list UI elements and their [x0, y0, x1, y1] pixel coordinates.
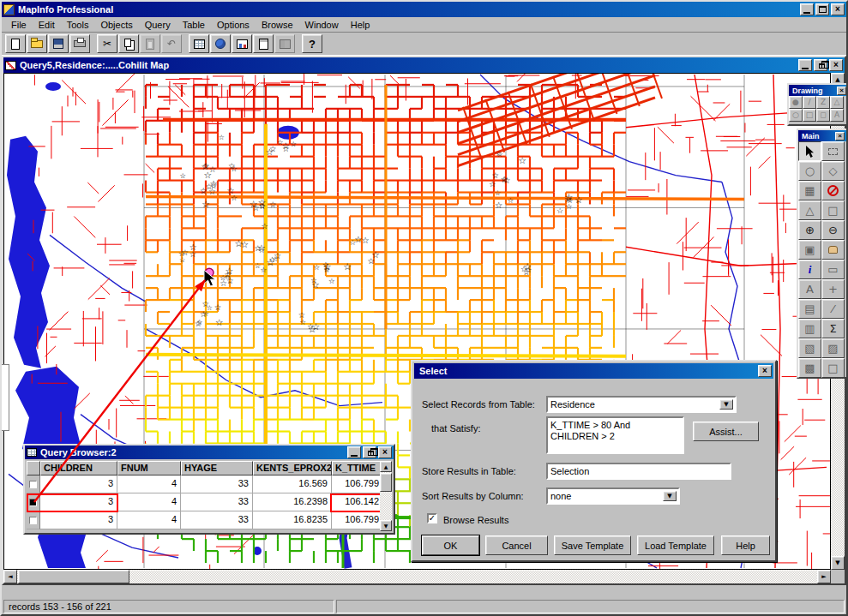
paste-button[interactable] — [140, 34, 160, 53]
horizontal-scroll-thumb[interactable] — [18, 570, 129, 583]
undo-button[interactable]: ↶ — [161, 34, 182, 53]
new-table-button[interactable] — [5, 34, 26, 53]
zoom-range-tool-button[interactable]: □ — [821, 200, 845, 220]
app-maximize-button[interactable] — [815, 3, 829, 15]
cut-button[interactable]: ✂ — [97, 34, 117, 53]
from-table-combobox[interactable]: Residence ▼ — [546, 396, 737, 413]
unselect-all-tool-button[interactable] — [821, 181, 845, 200]
browser-titlebar[interactable]: Query Browser:2 × — [25, 446, 394, 459]
rectangle-tool-button[interactable]: □ — [803, 109, 816, 122]
menu-item-options[interactable]: Options — [211, 18, 256, 32]
store-results-input[interactable]: Selection — [546, 463, 731, 480]
main-toolbar-close-button[interactable]: × — [835, 132, 845, 141]
new-grapher-button[interactable] — [232, 34, 252, 53]
cell-fnum[interactable]: 4 — [117, 511, 181, 529]
menu-item-tools[interactable]: Tools — [61, 18, 95, 32]
open-table-button[interactable] — [27, 34, 47, 53]
menu-item-edit[interactable]: Edit — [33, 18, 61, 32]
satisfy-expression-field[interactable]: K_TTIME > 80 And CHILDREN > 2 — [546, 416, 684, 454]
menu-item-file[interactable]: File — [5, 18, 33, 32]
table-row-selected[interactable]: 3 4 33 16.2398 106.142 — [27, 493, 380, 511]
scroll-down-button[interactable]: ▼ — [831, 556, 845, 570]
new-browser-button[interactable] — [189, 34, 209, 53]
help-dialog-button[interactable]: Help — [721, 535, 770, 555]
chevron-down-icon[interactable]: ▼ — [719, 399, 733, 410]
browser-close-button[interactable]: × — [378, 446, 392, 458]
scroll-right-button[interactable]: ► — [817, 570, 831, 583]
assign-district-tool-button[interactable]: ▨ — [821, 338, 845, 358]
menu-item-window[interactable]: Window — [299, 18, 345, 32]
main-toolbar-titlebar[interactable]: Main × — [798, 130, 846, 141]
cell-kents[interactable]: 16.569 — [253, 475, 332, 493]
map-horizontal-scrollbar[interactable]: ◄ ► — [3, 570, 831, 583]
ruler-tool-button[interactable]: ⁄ — [821, 299, 845, 319]
set-target-district-tool-button[interactable]: ▧ — [798, 338, 821, 358]
hotlink-tool-button[interactable]: ▭ — [821, 260, 845, 279]
drawing-toolbar-close-button[interactable]: × — [837, 87, 846, 95]
column-header-kents[interactable]: KENTS_EPROX2_BI — [253, 461, 332, 475]
map-window-titlebar[interactable]: Query5,Residence:.....Cohilit Map × — [3, 57, 845, 73]
legend-tool-button[interactable]: ▥ — [798, 319, 821, 338]
cell-fnum[interactable]: 4 — [117, 493, 181, 511]
cell-hyage[interactable]: 33 — [181, 493, 253, 511]
cell-children[interactable]: 3 — [40, 493, 117, 511]
statistics-tool-button[interactable]: Σ — [821, 319, 845, 338]
select-dialog-titlebar[interactable]: Select × — [414, 363, 773, 379]
cancel-button[interactable]: Cancel — [485, 535, 548, 555]
boundary-select-tool-button[interactable]: ▦ — [798, 181, 821, 200]
browser-restore-button[interactable] — [363, 446, 376, 458]
map-minimize-button[interactable] — [798, 59, 812, 71]
marquee-select-tool-button[interactable] — [821, 141, 845, 161]
drag-map-tool-button[interactable]: + — [821, 279, 845, 299]
scroll-up-button[interactable]: ▲ — [380, 461, 392, 472]
print-button[interactable] — [69, 34, 90, 53]
cell-children[interactable]: 3 — [40, 475, 117, 493]
select-dialog-close-button[interactable]: × — [758, 365, 772, 377]
map-restore-button[interactable] — [814, 59, 827, 71]
zoom-in-tool-button[interactable]: ⊕ — [798, 220, 821, 240]
cell-fnum[interactable]: 4 — [117, 475, 181, 493]
app-close-button[interactable]: × — [831, 3, 845, 15]
info-tool-button[interactable]: i — [798, 260, 821, 279]
label-tool-button[interactable]: A — [798, 279, 821, 299]
browser-minimize-button[interactable] — [347, 446, 361, 458]
table-row[interactable]: 3 4 33 16.569 106.799 — [27, 475, 380, 493]
row-select-cell[interactable] — [27, 511, 40, 529]
new-redistricter-button[interactable] — [274, 34, 295, 53]
cell-kents[interactable]: 16.8235 — [253, 511, 332, 529]
menu-item-browse[interactable]: Browse — [256, 18, 299, 32]
column-header-children[interactable]: CHILDREN — [40, 461, 117, 475]
polyline-tool-button[interactable]: Z — [816, 96, 830, 109]
scroll-down-button[interactable]: ▼ — [380, 520, 392, 531]
new-mapper-button[interactable] — [210, 34, 231, 53]
save-template-button[interactable]: Save Template — [554, 535, 631, 555]
menu-item-table[interactable]: Table — [177, 18, 211, 32]
cell-hyage[interactable]: 33 — [181, 511, 253, 529]
browser-vertical-scrollbar[interactable]: ▲ ▼ — [380, 461, 392, 531]
graph-select-tool-button[interactable]: △ — [798, 200, 821, 220]
cell-children[interactable]: 3 — [40, 511, 117, 529]
help-button[interactable]: ? — [302, 34, 322, 53]
copy-button[interactable] — [118, 34, 139, 53]
ok-button[interactable]: OK — [422, 535, 479, 555]
cell-hyage[interactable]: 33 — [181, 475, 253, 493]
column-header-fnum[interactable]: FNUM — [117, 461, 181, 475]
cell-kttime[interactable]: 106.142 — [332, 493, 380, 511]
row-select-cell[interactable] — [27, 475, 40, 493]
grabber-tool-button[interactable] — [821, 240, 845, 260]
row-select-checkbox[interactable] — [29, 517, 37, 524]
polygon-select-tool-button[interactable]: ◇ — [821, 161, 845, 181]
clip-region-tool-button[interactable]: ▩ — [798, 358, 821, 378]
column-header-kttime[interactable]: K_TTIME — [332, 461, 380, 475]
scroll-left-button[interactable]: ◄ — [3, 570, 17, 583]
ellipse-tool-button[interactable]: ○ — [789, 109, 803, 122]
rounded-rect-tool-button[interactable]: ◻ — [816, 109, 830, 122]
row-select-cell[interactable] — [27, 493, 40, 511]
column-header-hyage[interactable]: HYAGE — [181, 461, 253, 475]
new-layout-button[interactable] — [253, 34, 274, 53]
row-select-checkbox[interactable] — [29, 481, 37, 488]
table-row[interactable]: 3 4 33 16.8235 106.799 — [27, 511, 380, 529]
change-view-tool-button[interactable]: ▣ — [798, 240, 821, 260]
menu-item-query[interactable]: Query — [139, 18, 177, 32]
cell-kents[interactable]: 16.2398 — [253, 493, 332, 511]
